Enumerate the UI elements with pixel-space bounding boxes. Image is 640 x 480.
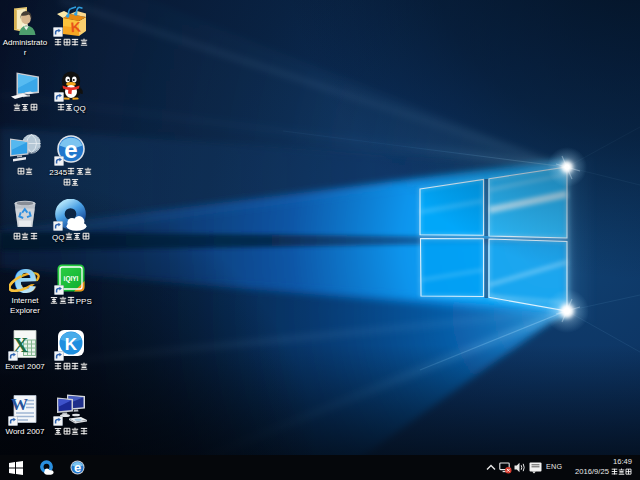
svg-text:W: W xyxy=(11,395,28,414)
svg-text:iQIYI: iQIYI xyxy=(64,275,79,283)
svg-text:K: K xyxy=(65,335,78,354)
svg-text:e: e xyxy=(74,460,81,475)
svg-text:K: K xyxy=(70,19,81,36)
svg-text:e: e xyxy=(64,136,77,163)
